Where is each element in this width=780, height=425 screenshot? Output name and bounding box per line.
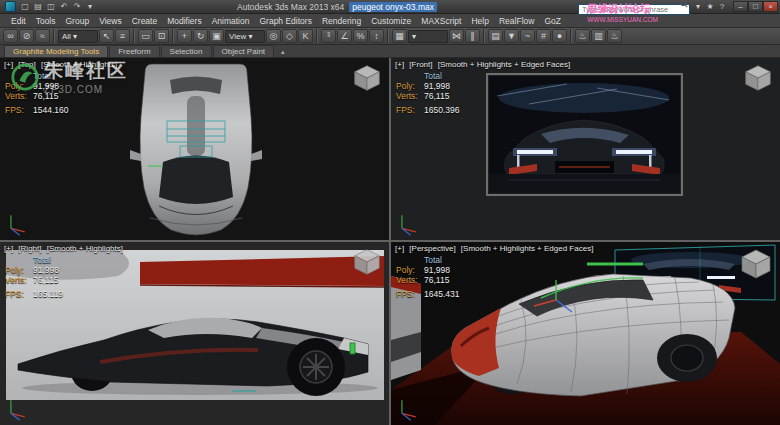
rendered-frame-icon[interactable]: ▥ xyxy=(591,29,606,43)
viewcube[interactable] xyxy=(743,63,773,93)
ribbon-tab-selection[interactable]: Selection xyxy=(161,45,212,57)
menu-item-customize[interactable]: Customize xyxy=(366,16,416,26)
title-bar: ▢▤◫↶↷▾ Autodesk 3ds Max 2013 x64peugeot … xyxy=(0,0,780,14)
menu-item-tools[interactable]: Tools xyxy=(31,16,61,26)
angle-snap-icon[interactable]: ∠ xyxy=(337,29,352,43)
window-controls: – □ × xyxy=(733,1,778,12)
viewport-menu-pov[interactable]: [Right] xyxy=(18,244,41,253)
toolbar-separator xyxy=(172,29,174,43)
select-rotate-icon[interactable]: ↻ xyxy=(193,29,208,43)
select-move-icon[interactable]: + xyxy=(177,29,192,43)
menu-item-graph-editors[interactable]: Graph Editors xyxy=(254,16,316,26)
edit-named-selections-icon[interactable]: ▦ xyxy=(392,29,407,43)
viewport-top[interactable]: [+] [Top] [Smooth + Highlights] Total Po… xyxy=(0,58,389,240)
menu-bar: EditToolsGroupViewsCreateModifiersAnimat… xyxy=(0,14,780,28)
menu-item-views[interactable]: Views xyxy=(94,16,127,26)
max-app-button[interactable] xyxy=(5,1,16,12)
new-file-icon[interactable]: ▢ xyxy=(19,1,31,12)
ribbon-tab-object-paint[interactable]: Object Paint xyxy=(213,45,275,57)
select-manipulate-icon[interactable]: ◇ xyxy=(282,29,297,43)
select-object-icon[interactable]: ↖ xyxy=(99,29,114,43)
render-setup-icon[interactable]: ♨ xyxy=(575,29,590,43)
viewport-menu-general[interactable]: [+] xyxy=(395,60,404,69)
undo-icon[interactable]: ↶ xyxy=(58,1,70,12)
toolbar-separator xyxy=(483,29,485,43)
menu-item-animation[interactable]: Animation xyxy=(207,16,255,26)
viewport-menu-shading[interactable]: [Smooth + Highlights] xyxy=(41,60,117,69)
menu-item-goz[interactable]: GoZ xyxy=(539,16,566,26)
viewport-front[interactable]: [+] [Front] [Smooth + Highlights + Edged… xyxy=(391,58,780,240)
viewport-menu-pov[interactable]: [Perspective] xyxy=(409,244,455,253)
viewport-label: [+] [Right] [Smooth + Highlights] xyxy=(4,244,126,253)
viewcube[interactable] xyxy=(739,247,773,281)
bind-to-spacewarp-icon[interactable]: ≈ xyxy=(35,29,50,43)
graphite-toggle-icon[interactable]: ▼ xyxy=(504,29,519,43)
layer-manager-icon[interactable]: ▤ xyxy=(488,29,503,43)
viewport-menu-shading[interactable]: [Smooth + Highlights] xyxy=(47,244,123,253)
spinner-snap-icon[interactable]: ↕ xyxy=(369,29,384,43)
menu-item-rendering[interactable]: Rendering xyxy=(317,16,366,26)
viewport-perspective[interactable]: [+] [Perspective] [Smooth + Highlights +… xyxy=(391,242,780,425)
viewport-menu-pov[interactable]: [Front] xyxy=(409,60,432,69)
ribbon-tab-graphite-modeling-tools[interactable]: Graphite Modeling Tools xyxy=(4,45,108,57)
use-pivot-center-icon[interactable]: ◎ xyxy=(266,29,281,43)
viewport-statistics: Total Poly:91,998 Verts:76,115 FPS:1645.… xyxy=(396,255,459,299)
toolbar-separator xyxy=(316,29,318,43)
ribbon-bar: Graphite Modeling ToolsFreeformSelection… xyxy=(0,45,780,58)
menu-item-group[interactable]: Group xyxy=(61,16,95,26)
menu-item-create[interactable]: Create xyxy=(127,16,163,26)
menu-item-help[interactable]: Help xyxy=(466,16,493,26)
percent-snap-icon[interactable]: % xyxy=(353,29,368,43)
viewport-menu-shading[interactable]: [Smooth + Highlights + Edged Faces] xyxy=(438,60,571,69)
curve-editor-icon[interactable]: ~ xyxy=(520,29,535,43)
sign-in-icon[interactable]: ▾ xyxy=(692,1,704,12)
selection-filter-dropdown[interactable]: All ▾ xyxy=(58,30,98,43)
axis-tripod-icon xyxy=(4,396,30,422)
toolbar-separator xyxy=(133,29,135,43)
toolbar-separator xyxy=(387,29,389,43)
viewport-menu-general[interactable]: [+] xyxy=(4,60,13,69)
axis-tripod-icon xyxy=(4,211,30,237)
save-file-icon[interactable]: ◫ xyxy=(45,1,57,12)
viewport-menu-pov[interactable]: [Top] xyxy=(18,60,35,69)
favorites-star-icon[interactable]: ★ xyxy=(704,1,716,12)
viewport-menu-general[interactable]: [+] xyxy=(4,244,13,253)
material-editor-icon[interactable]: ● xyxy=(552,29,567,43)
document-name: peugeot onyx-03.max xyxy=(349,2,437,12)
keyboard-override-icon[interactable]: K xyxy=(298,29,313,43)
unlink-icon[interactable]: ⊘ xyxy=(19,29,34,43)
viewport-menu-general[interactable]: [+] xyxy=(395,244,404,253)
mirror-icon[interactable]: ⋈ xyxy=(449,29,464,43)
project-dropdown-icon[interactable]: ▾ xyxy=(84,1,96,12)
named-selection-dropdown[interactable]: ▾ xyxy=(408,30,448,43)
selection-region-icon[interactable]: ▭ xyxy=(138,29,153,43)
select-link-icon[interactable]: ∞ xyxy=(3,29,18,43)
menu-item-maxscript[interactable]: MAXScript xyxy=(416,16,466,26)
close-button[interactable]: × xyxy=(763,1,778,12)
viewport-label: [+] [Top] [Smooth + Highlights] xyxy=(4,60,120,69)
help-icon[interactable]: ? xyxy=(716,1,728,12)
reference-coordinate-dropdown[interactable]: View ▾ xyxy=(225,30,265,43)
open-file-icon[interactable]: ▤ xyxy=(32,1,44,12)
viewport-menu-shading[interactable]: [Smooth + Highlights + Edged Faces] xyxy=(461,244,594,253)
redo-icon[interactable]: ↷ xyxy=(71,1,83,12)
minimize-button[interactable]: – xyxy=(733,1,748,12)
snap-toggle-3d-icon[interactable]: ³ xyxy=(321,29,336,43)
ribbon-minimize-icon[interactable]: ▴ xyxy=(275,47,291,57)
schematic-view-icon[interactable]: # xyxy=(536,29,551,43)
window-crossing-icon[interactable]: ⊡ xyxy=(154,29,169,43)
render-production-icon[interactable]: ♨ xyxy=(607,29,622,43)
menu-item-edit[interactable]: Edit xyxy=(6,16,31,26)
select-by-name-icon[interactable]: ≡ xyxy=(115,29,130,43)
ribbon-tab-freeform[interactable]: Freeform xyxy=(109,45,159,57)
maximize-button[interactable]: □ xyxy=(748,1,763,12)
select-scale-icon[interactable]: ▣ xyxy=(209,29,224,43)
3dsmax-window: ▢▤◫↶↷▾ Autodesk 3ds Max 2013 x64peugeot … xyxy=(0,0,780,425)
align-icon[interactable]: ∥ xyxy=(465,29,480,43)
menu-item-modifiers[interactable]: Modifiers xyxy=(162,16,206,26)
viewport-right[interactable]: [+] [Right] [Smooth + Highlights] Total … xyxy=(0,242,389,425)
viewcube[interactable] xyxy=(352,63,382,93)
viewcube[interactable] xyxy=(352,247,382,277)
menu-item-realflow[interactable]: RealFlow xyxy=(494,16,539,26)
search-input[interactable] xyxy=(578,4,690,15)
